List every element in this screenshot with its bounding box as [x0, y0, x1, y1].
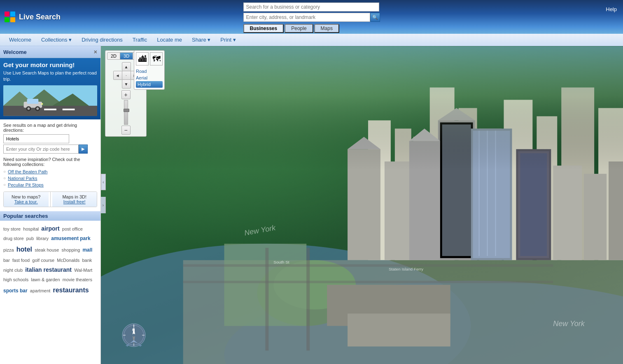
search-business-input[interactable]: [243, 2, 379, 12]
tilt-icon[interactable]: 🗺: [150, 52, 163, 65]
birds-eye-icon[interactable]: 🏙: [136, 52, 149, 65]
help-link[interactable]: Help: [606, 6, 617, 12]
tag-walmart[interactable]: Wal-Mart: [74, 268, 92, 273]
tag-hotel[interactable]: hotel: [16, 246, 32, 253]
divider: [50, 192, 51, 207]
pan-up-button[interactable]: ▲: [122, 62, 131, 71]
collapse-sidebar-button[interactable]: ‹: [101, 174, 106, 190]
tab-people[interactable]: People: [285, 24, 313, 33]
nav-print[interactable]: Print ▾: [215, 35, 240, 45]
compass[interactable]: N: [121, 323, 146, 348]
view-3d-button[interactable]: 3D: [120, 53, 133, 59]
zoom-out-button[interactable]: −: [121, 126, 131, 135]
tag-amusement-park[interactable]: amusement park: [51, 236, 90, 241]
list-item: ○ Off the Beaten Path: [3, 169, 97, 174]
tag-sports-bar[interactable]: sports bar: [3, 288, 28, 294]
nav-driving[interactable]: Driving directions: [77, 35, 128, 45]
tag-library[interactable]: library: [36, 236, 49, 241]
sidebar-city-input[interactable]: [3, 145, 79, 154]
tag-high-schools[interactable]: high schools: [3, 277, 28, 282]
nav-share[interactable]: Share ▾: [187, 35, 215, 45]
tag-golf-course[interactable]: golf course: [32, 258, 54, 263]
close-panel-button[interactable]: ×: [94, 49, 97, 55]
compass-icon: N: [121, 323, 146, 348]
tag-shopping[interactable]: shopping: [62, 247, 80, 252]
tag-italian-restaurant[interactable]: italian restaurant: [25, 266, 72, 273]
install-3d-section: Maps in 3D! Install free!: [52, 192, 97, 207]
map-container[interactable]: New York New York South St Staten Island…: [101, 46, 623, 364]
tag-bank[interactable]: bank: [82, 258, 92, 263]
svg-point-15: [27, 107, 30, 110]
view-2d-button[interactable]: 2D: [107, 53, 120, 59]
tag-pub[interactable]: pub: [26, 236, 34, 241]
list-item: ○ Peculiar Pit Stops: [3, 182, 97, 187]
tag-mall[interactable]: mall: [82, 247, 92, 253]
sidebar: Welcome × Get your motor running! Use Li…: [0, 46, 101, 364]
expand-map-button[interactable]: ›: [101, 197, 106, 213]
nav-welcome[interactable]: Welcome: [4, 35, 36, 45]
sidebar-search-input[interactable]: [3, 134, 69, 143]
new-to-maps-section: New to maps? Take a tour. Maps in 3D! In…: [3, 191, 97, 207]
svg-rect-8: [3, 106, 97, 116]
tab-maps[interactable]: Maps: [314, 24, 339, 33]
nav-locate[interactable]: Locate me: [152, 35, 187, 45]
take-tour-link[interactable]: Take a tour.: [5, 199, 47, 204]
search-button[interactable]: 🔍: [370, 13, 380, 22]
tag-apartment[interactable]: apartment: [30, 288, 51, 293]
nav-collections[interactable]: Collections ▾: [36, 35, 77, 45]
svg-text:New York: New York: [553, 320, 585, 328]
svg-rect-52: [609, 161, 623, 260]
svg-text:New York: New York: [244, 224, 277, 237]
tag-airport[interactable]: airport: [41, 225, 59, 232]
svg-rect-58: [183, 264, 553, 267]
tag-steak-house[interactable]: steak house: [35, 247, 59, 252]
logo-area: Live Search: [4, 11, 61, 23]
tag-restaurants[interactable]: restaurants: [53, 287, 89, 294]
road-view-option[interactable]: Road: [136, 68, 163, 75]
zoom-in-button[interactable]: +: [121, 90, 131, 99]
popular-searches-title: Popular searches: [0, 211, 100, 221]
nav-traffic[interactable]: Traffic: [128, 35, 152, 45]
navbar: Welcome Collections ▾ Driving directions…: [0, 34, 623, 46]
tab-businesses[interactable]: Businesses: [243, 24, 284, 33]
tag-post-office[interactable]: post office: [62, 226, 83, 231]
tag-hospital[interactable]: hospital: [23, 226, 39, 231]
svg-rect-3: [10, 17, 15, 22]
tag-movie-theaters[interactable]: movie theaters: [63, 277, 92, 282]
tag-drug-store[interactable]: drug store: [3, 236, 24, 241]
tag-toy-store[interactable]: toy store: [3, 226, 21, 231]
collection-pit-stops[interactable]: Peculiar Pit Stops: [8, 182, 44, 187]
collection-off-beaten[interactable]: Off the Beaten Path: [8, 169, 47, 174]
tag-night-club[interactable]: night club: [3, 268, 23, 273]
map-view: New York New York South St Staten Island…: [101, 46, 623, 364]
sidebar-content: See results on a map and get driving dir…: [0, 119, 100, 300]
pan-down-button[interactable]: ▼: [122, 79, 131, 89]
search-location-input[interactable]: [243, 13, 370, 22]
tag-mcdonalds[interactable]: McDonalds: [57, 258, 79, 263]
tag-bar[interactable]: bar: [3, 258, 10, 263]
header: Live Search 🔍 Businesses People Maps Hel…: [0, 0, 623, 34]
hybrid-view-option[interactable]: Hybrid: [136, 81, 163, 88]
tag-lawn-garden[interactable]: lawn & garden: [31, 277, 60, 282]
collection-national[interactable]: National Parks: [8, 176, 37, 181]
motor-banner-text: Use Live Search Maps to plan the perfect…: [3, 70, 97, 83]
svg-text:South St: South St: [273, 260, 289, 264]
collections-label: Need some inspiration? Check out the fol…: [3, 157, 97, 167]
new-to-maps-label: New to maps?: [5, 194, 47, 199]
zoom-thumb[interactable]: [124, 109, 129, 112]
sidebar-search-label: See results on a map and get driving dir…: [3, 123, 97, 133]
aerial-view-option[interactable]: Aerial: [136, 75, 163, 81]
main: Welcome × Get your motor running! Use Li…: [0, 46, 623, 364]
sidebar-search-button[interactable]: ▶: [79, 145, 88, 154]
pan-left-button[interactable]: ◄: [113, 71, 122, 80]
tag-pizza[interactable]: pizza: [3, 247, 14, 252]
svg-rect-0: [5, 12, 9, 16]
install-free-link[interactable]: Install free!: [54, 199, 96, 204]
tag-fast-food[interactable]: fast food: [12, 258, 30, 263]
zoom-slider[interactable]: [124, 100, 128, 125]
svg-rect-17: [41, 103, 43, 105]
search-location-row: 🔍: [243, 13, 380, 22]
search-icon: 🔍: [372, 15, 378, 20]
app-title: Live Search: [19, 13, 61, 21]
svg-rect-56: [265, 248, 268, 351]
